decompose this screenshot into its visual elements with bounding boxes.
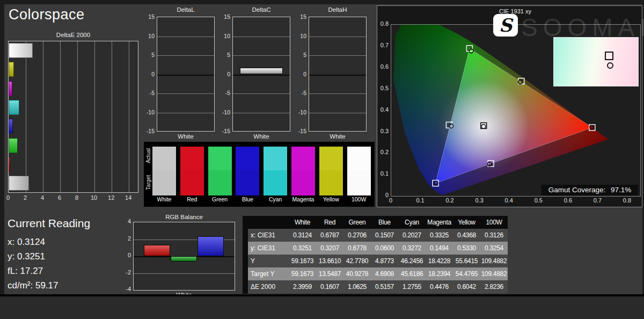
table-cell: 0.6778	[343, 242, 371, 255]
rgb-y-tick: 0	[119, 252, 131, 258]
gridline	[157, 93, 214, 94]
swatch-label: Green	[208, 196, 232, 202]
rgb-y-tick: -4	[119, 286, 131, 292]
delta-e-2000-chart	[8, 41, 138, 193]
gamut-coverage-value: 97.1%	[611, 186, 631, 194]
swatch-label: Magenta	[291, 196, 315, 202]
cie-x-tick: 0.2	[444, 197, 456, 204]
table-cell: 54.4765	[453, 267, 480, 280]
table-column-header: 100W	[480, 216, 508, 229]
table-cell: 0.5330	[453, 242, 480, 255]
gridline	[233, 113, 290, 113]
table-cell: 0.3325	[426, 229, 453, 242]
delta-e-bar-100w	[9, 43, 33, 58]
reading-item: x: 0.3124	[8, 235, 131, 249]
y-tick-label: 10	[140, 33, 155, 39]
table-cell: 2.3959	[289, 280, 316, 293]
mini-chart-title: DeltaH	[309, 6, 367, 13]
table-cell: 45.6186	[398, 267, 426, 280]
inset-measured-marker	[607, 62, 613, 69]
gridline	[129, 41, 129, 192]
table-cell: 59.1673	[289, 267, 316, 280]
y-tick-label: 0	[292, 71, 306, 77]
swatch-column-blue	[236, 147, 259, 195]
swatch-column-cyan	[264, 147, 287, 195]
mini-chart-x-label: White	[232, 133, 290, 140]
table-row: y: CIE310.32510.32070.67780.06000.32720.…	[248, 242, 508, 255]
swatch-label: 100W	[347, 196, 371, 202]
actual-swatch	[180, 147, 204, 170]
table-row-label: x: CIE31	[248, 229, 289, 242]
gridline	[233, 37, 290, 37]
inset-target-marker	[605, 52, 613, 60]
actual-swatch	[208, 147, 232, 170]
delta-e-bar-cyan	[9, 100, 19, 115]
reading-item: y: 0.3251	[8, 249, 131, 264]
rgb-bar-blue	[197, 236, 224, 256]
cie-x-tick: 0.7	[591, 197, 603, 204]
y-tick-label: 10	[292, 33, 306, 39]
actual-swatch	[319, 147, 343, 170]
table-row-label: ΔE 2000	[248, 280, 289, 293]
rgb-balance-chart	[133, 222, 235, 291]
mini-chart-x-label: White	[309, 133, 367, 140]
gridline	[309, 93, 366, 94]
gridline	[233, 75, 290, 76]
reading-item: cd/m²: 59.17	[8, 278, 131, 293]
y-tick-label: -10	[216, 109, 230, 115]
table-cell: 42.7780	[343, 255, 371, 267]
y-tick-label: -10	[292, 109, 306, 115]
table-cell: 0.1507	[371, 229, 398, 242]
delta-e-bar-yellow	[9, 62, 14, 77]
gridline	[60, 41, 61, 192]
table-cell: 13.6610	[316, 255, 343, 267]
table-row-label: y: CIE31	[248, 242, 289, 255]
y-tick-label: -15	[216, 128, 230, 134]
table-header-row: WhiteRedGreenBlueCyanMagentaYellow100W	[248, 216, 508, 229]
table-row-label: Y	[248, 255, 289, 267]
swatch-column-100w	[347, 147, 371, 195]
gridline	[157, 37, 214, 37]
table-cell: 18.2394	[426, 267, 453, 280]
table-cell: 55.6415	[453, 255, 480, 267]
table-column-header: Yellow	[453, 216, 480, 229]
table-cell: 0.1607	[316, 280, 343, 293]
x-tick-label: 10	[87, 194, 100, 201]
gridline	[94, 41, 95, 192]
target-swatch	[347, 170, 371, 195]
x-tick-label: 0	[2, 194, 14, 201]
y-tick-label: -10	[140, 109, 155, 115]
table-cell: 0.0600	[371, 242, 398, 255]
table-cell: 0.3207	[316, 242, 343, 255]
table-cell: 0.3124	[289, 229, 316, 242]
target-swatch	[264, 170, 287, 195]
table-cell: 46.2456	[398, 255, 426, 267]
table-cell: 0.2027	[398, 229, 426, 242]
table-cell: 40.9278	[343, 267, 371, 280]
swatch-label: Yellow	[319, 196, 343, 202]
target-swatch	[236, 170, 259, 195]
table-cell: 2.8236	[480, 280, 508, 293]
gridline	[43, 41, 43, 192]
mini-chart-delta-h	[309, 17, 367, 132]
table-row-label: Target Y	[248, 267, 289, 280]
rgb-y-tick: -2	[119, 269, 131, 276]
mini-chart-title: DeltaL	[157, 6, 215, 13]
current-reading-title: Current Reading	[8, 217, 131, 230]
table-cell: 4.8773	[371, 255, 398, 267]
cie-1931-panel: CIE 1931 xy S SOOMAL Gamut Coverage: 97.…	[377, 5, 642, 207]
gridline	[157, 113, 214, 113]
gridline	[233, 93, 290, 94]
table-column-header: Blue	[371, 216, 398, 229]
table-header-corner	[248, 216, 289, 229]
mini-chart-title: DeltaC	[232, 6, 290, 13]
rgb-y-tick: 4	[119, 218, 131, 224]
y-tick-label: 15	[140, 13, 155, 20]
table-column-header: Red	[316, 216, 343, 229]
table-cell: 0.3251	[289, 242, 316, 255]
gamut-coverage-badge: Gamut Coverage: 97.1%	[541, 185, 638, 195]
rgb-bar-red	[144, 245, 170, 256]
table-cell: 0.1494	[426, 242, 453, 255]
x-tick-label: 8	[70, 194, 83, 201]
y-tick-label: 15	[216, 13, 230, 20]
